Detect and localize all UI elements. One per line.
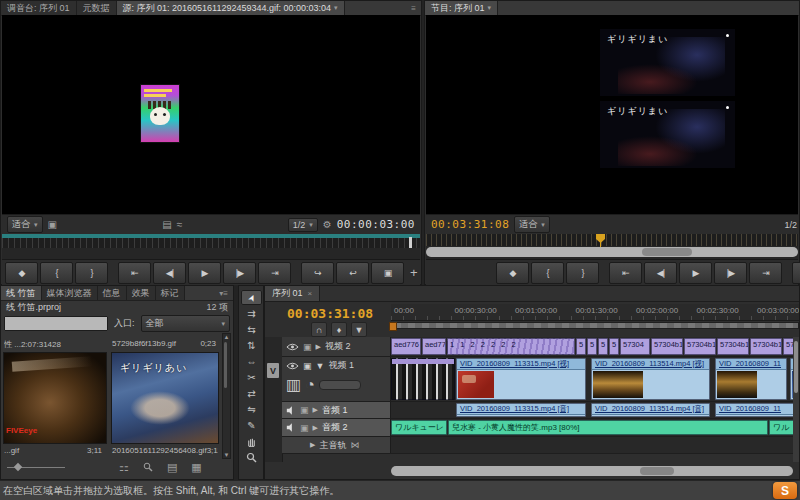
source-mini-timeline[interactable]	[2, 234, 420, 259]
project-item-thumbnail[interactable]: FIVEeye	[4, 353, 106, 443]
project-item-thumbnail[interactable]: ギリギリあい	[112, 353, 218, 443]
expand-triangle-icon[interactable]: ▶	[313, 424, 318, 432]
step-back-button[interactable]: ◀|	[153, 262, 186, 284]
search-input[interactable]	[4, 316, 108, 331]
automate-to-sequence-icon[interactable]: ⚏	[119, 462, 129, 473]
eye-icon[interactable]	[286, 362, 299, 370]
project-item-label[interactable]: 性 ...2:07:31428	[4, 339, 104, 350]
overwrite-button[interactable]: ↩	[336, 262, 369, 284]
program-scrollbar[interactable]	[426, 247, 798, 257]
project-tab[interactable]: 信息	[98, 286, 127, 300]
project-scrollbar-handle[interactable]	[224, 342, 227, 388]
program-scrollbar-handle[interactable]	[642, 248, 692, 256]
sync-lock-icon[interactable]: ▣	[303, 361, 312, 371]
find-icon[interactable]	[143, 462, 153, 472]
step-forward-button[interactable]: |▶	[223, 262, 256, 284]
mark-out-button[interactable]: }	[566, 262, 599, 284]
razor-tool[interactable]: ✂	[241, 370, 262, 385]
expand-triangle-icon[interactable]: ▶	[310, 441, 315, 449]
timeline-clip[interactable]: VID_20160809_11	[715, 403, 796, 417]
settings-wrench-icon[interactable]: ⚙	[323, 220, 332, 230]
timeline-clip[interactable]: VID_20160809_113514.mp4 [音]	[591, 403, 710, 417]
project-tab[interactable]: 线 竹笛	[1, 286, 42, 300]
speaker-icon[interactable]	[286, 423, 296, 432]
new-bin-icon[interactable]: ▤	[167, 462, 177, 473]
timeline-timecode[interactable]: 00:03:31:08	[287, 306, 373, 321]
hand-tool[interactable]	[241, 434, 262, 449]
close-icon[interactable]: ×	[308, 289, 313, 298]
project-tab[interactable]: 效果	[127, 286, 156, 300]
add-marker-button[interactable]: ◆	[5, 262, 38, 284]
go-to-out-button[interactable]: ⇥	[258, 262, 291, 284]
expand-triangle-icon[interactable]: ▶	[316, 343, 321, 351]
track-select-tool[interactable]: ⇉	[241, 306, 262, 321]
expand-triangle-icon[interactable]: ▶	[313, 406, 318, 414]
mark-in-button[interactable]: {	[40, 262, 73, 284]
source-pane-tab[interactable]: 源: 序列 01: 2016051611292459344.gif: 00:00…	[117, 1, 345, 15]
collapse-triangle-icon[interactable]: ▼	[316, 361, 325, 371]
track-master-content[interactable]	[391, 437, 799, 453]
sync-lock-icon[interactable]: ▣	[300, 423, 309, 433]
timeline-clip[interactable]: 57304b1	[717, 338, 749, 355]
timeline-clip[interactable]: 57304b1	[651, 338, 683, 355]
go-to-out-button[interactable]: ⇥	[749, 262, 782, 284]
source-fit-dropdown[interactable]: 适合 ▾	[7, 216, 43, 233]
safe-margins-icon[interactable]: ▣	[48, 220, 57, 230]
selection-tool[interactable]: ➤	[241, 290, 262, 305]
project-item-label[interactable]: 2016051611292456408.gif 3;11	[112, 446, 218, 457]
sync-lock-icon[interactable]: ▣	[303, 342, 312, 352]
track-video2-content[interactable]: aed776aed7761 1 2 2 2 2 255555730457304b…	[391, 337, 799, 356]
program-scrub-ruler[interactable]	[426, 234, 798, 246]
ripple-edit-tool[interactable]: ⇆	[241, 322, 262, 337]
speaker-icon[interactable]	[286, 406, 296, 415]
drag-audio-icon[interactable]: ≈	[177, 220, 183, 230]
panel-menu-icon[interactable]: ▾≡	[214, 286, 233, 300]
play-button[interactable]: ▶	[679, 262, 712, 284]
work-area-bar[interactable]	[391, 322, 799, 329]
timeline-horizontal-scrollbar[interactable]	[391, 466, 793, 476]
source-playhead[interactable]	[409, 237, 412, 248]
timeline-clip[interactable]: VID_20160809_113315.mp4 [音]	[456, 403, 586, 417]
source-pane-tab[interactable]: 调音台: 序列 01	[1, 1, 77, 15]
timeline-clip[interactable]: 5	[598, 338, 608, 355]
panel-menu-icon[interactable]: ≡	[406, 1, 421, 15]
track-audio2-content[interactable]: ワルキューレ兒水寒 - 小黄人魔性的笑.mp3 [80%]ワル	[391, 419, 799, 436]
track-video1-content[interactable]: VID_20160809_113315.mp4 [视]VID_20160809_…	[391, 357, 799, 401]
timeline-ruler[interactable]: 00:0000:00:30:0000:01:00:0000:01:30:0000…	[391, 304, 799, 321]
track-video2-header[interactable]: ▣ ▶ 视频 2	[282, 337, 391, 356]
set-display-style-icon[interactable]: ▥	[286, 375, 301, 394]
button-editor-plus[interactable]: +	[406, 265, 422, 280]
timeline-vertical-scrollbar[interactable]	[793, 337, 799, 462]
timeline-tab[interactable]: 序列 01 ×	[265, 286, 320, 301]
track-audio1-content[interactable]: VID_20160809_113315.mp4 [音]VID_20160809_…	[391, 402, 799, 418]
timeline-clip[interactable]: 57304	[620, 338, 650, 355]
snap-toggle-icon[interactable]: ∩	[311, 322, 327, 337]
step-back-button[interactable]: ◀|	[644, 262, 677, 284]
scroll-up-icon[interactable]: ▲	[223, 334, 230, 340]
timeline-clip[interactable]: 57304b1	[750, 338, 782, 355]
timeline-scrollbar-handle[interactable]	[640, 467, 674, 475]
thumbnail-zoom-slider[interactable]	[7, 463, 65, 471]
show-keyframes-icon[interactable]: ◔	[305, 376, 315, 394]
timeline-clip[interactable]: VID_20160809_11	[715, 358, 787, 400]
project-tab[interactable]: 标记	[156, 286, 185, 300]
step-forward-button[interactable]: |▶	[714, 262, 747, 284]
timeline-clip[interactable]: 5	[587, 338, 597, 355]
timeline-clip[interactable]: 1 1 2 2 2 2 2	[447, 338, 575, 355]
new-item-icon[interactable]: ▦	[191, 462, 201, 473]
timeline-vscrollbar-handle[interactable]	[794, 341, 798, 393]
mark-out-button[interactable]: }	[75, 262, 108, 284]
export-frame-button[interactable]: ▣	[371, 262, 404, 284]
timeline-clip[interactable]: VID_20160809_113514.mp4 [视]	[591, 358, 710, 400]
timeline-clip[interactable]: 57304b1	[684, 338, 716, 355]
timeline-clip[interactable]: 兒水寒 - 小黄人魔性的笑.mp3 [80%]	[448, 420, 768, 435]
program-tab[interactable]: 节目: 序列 01 ▾	[425, 1, 498, 15]
track-video1-header[interactable]: ▣ ▼ 视频 1 ▥ ◔	[282, 357, 391, 401]
entry-filter-dropdown[interactable]: 全部 ▾	[141, 315, 230, 332]
slide-tool[interactable]: ⇋	[241, 402, 262, 417]
sync-lock-icon[interactable]: ▣	[300, 405, 309, 415]
project-tab[interactable]: 媒体浏览器	[42, 286, 98, 300]
timeline-clip[interactable]: aed776	[422, 338, 446, 355]
pen-tool[interactable]: ✎	[241, 418, 262, 433]
eye-icon[interactable]	[286, 343, 299, 351]
